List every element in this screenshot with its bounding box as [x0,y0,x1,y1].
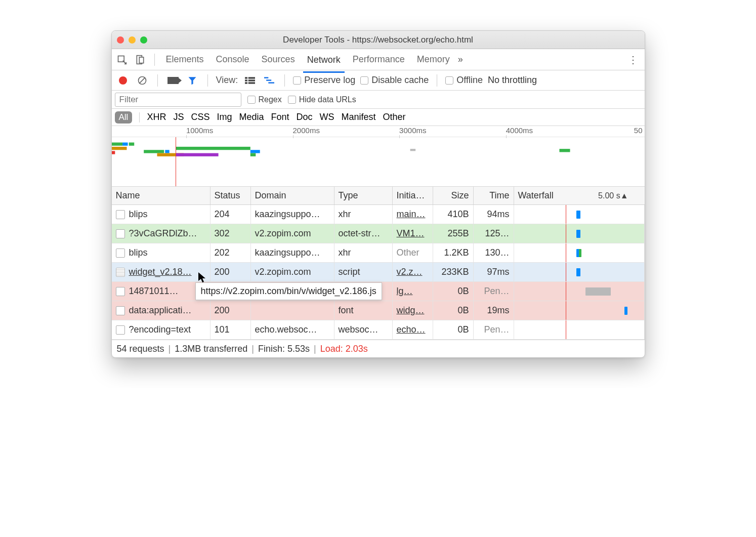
status-finish: Finish: 5.53s [258,344,310,354]
close-window-button[interactable] [117,36,124,44]
table-body: blips204kaazingsuppo…xhrmain…410B94ms?3v… [112,205,645,340]
url-tooltip: https://v2.zopim.com/bin/v/widget_v2.186… [195,282,382,300]
tabs-overflow-icon[interactable]: » [458,54,463,65]
cell-domain: v2.zopim.com [251,263,334,281]
timeline-cursor[interactable] [176,137,176,186]
cell-waterfall [514,243,645,262]
separator [207,74,208,87]
maximize-window-button[interactable] [140,36,147,44]
more-options-icon[interactable]: ⋮ [628,54,639,66]
type-js[interactable]: JS [173,112,184,122]
svg-rect-26 [410,149,415,151]
cell-status: 202 [211,243,251,262]
tab-console[interactable]: Console [212,51,254,68]
col-time[interactable]: Time [474,187,514,204]
filter-toggle-icon[interactable] [185,73,199,88]
cell-domain: kaazingsuppo… [251,243,334,262]
filter-input[interactable] [115,93,241,107]
minimize-window-button[interactable] [129,36,136,44]
table-row[interactable]: blips202kaazingsuppo…xhrOther1.2KB130… [112,243,645,263]
col-type[interactable]: Type [334,187,393,204]
col-name[interactable]: Name [112,187,211,204]
type-all[interactable]: All [115,111,133,123]
tab-network[interactable]: Network [303,52,345,73]
type-font[interactable]: Font [271,112,289,122]
type-manifest[interactable]: Manifest [342,112,376,122]
svg-rect-18 [112,151,115,154]
devtools-window: Developer Tools - https://websocket.org/… [111,30,645,358]
svg-rect-10 [248,82,255,84]
table-row[interactable]: widget_v2.18…200v2.zopim.comscriptv2.z…2… [112,263,645,282]
hide-data-urls-checkbox[interactable]: Hide data URLs [288,95,356,104]
type-doc[interactable]: Doc [297,112,313,122]
cell-waterfall [514,301,645,320]
tab-memory[interactable]: Memory [413,51,454,68]
col-size[interactable]: Size [433,187,474,204]
cell-size: 410B [433,205,474,224]
capture-screenshots-icon[interactable] [166,73,180,88]
separator [139,112,140,122]
type-xhr[interactable]: XHR [147,112,166,122]
type-other[interactable]: Other [383,112,406,122]
resource-types-bar: All XHR JS CSS Img Media Font Doc WS Man… [112,109,645,126]
cell-initiator: v2.z… [393,263,433,281]
cell-name: widget_v2.18… [112,263,211,281]
table-row[interactable]: ?encoding=text101echo.websoc…websoc…echo… [112,320,645,340]
cell-status: 204 [211,205,251,224]
table-row[interactable]: ?3vCaGRDlZb…302v2.zopim.comoctet-str…VM1… [112,224,645,243]
request-name: ?encoding=text [129,324,191,335]
svg-rect-2 [139,57,143,63]
main-toolbar: Elements Console Sources Network Perform… [112,49,645,70]
cell-status: 302 [211,224,251,243]
preserve-log-checkbox[interactable]: Preserve log [293,75,355,86]
record-button[interactable] [116,73,130,88]
tab-sources[interactable]: Sources [258,51,299,68]
cell-initiator: widg… [393,301,433,320]
view-list-icon[interactable] [243,73,257,88]
tab-elements[interactable]: Elements [162,51,208,68]
throttling-select[interactable]: No throttling [488,75,537,86]
timeline-chart [112,137,645,185]
svg-rect-14 [112,143,122,146]
clear-button[interactable] [135,73,149,88]
col-waterfall[interactable]: Waterfall 5.00 s▲ [514,187,645,204]
svg-rect-7 [245,79,247,81]
cell-type: script [334,263,393,281]
tab-performance[interactable]: Performance [349,51,409,68]
type-img[interactable]: Img [217,112,232,122]
cell-waterfall [514,263,645,281]
svg-line-4 [139,77,145,84]
regex-checkbox[interactable]: Regex [247,95,282,104]
cell-time: 130… [474,243,514,262]
timeline-overview[interactable]: 1000ms 2000ms 3000ms 4000ms 50 [112,126,645,187]
type-css[interactable]: CSS [191,112,209,122]
type-media[interactable]: Media [239,112,264,122]
view-waterfall-icon[interactable] [262,73,276,88]
col-domain[interactable]: Domain [251,187,334,204]
timeline-ticks: 1000ms 2000ms 3000ms 4000ms 50 [112,126,645,137]
cell-initiator: Other [393,243,433,262]
svg-rect-12 [266,79,271,81]
file-icon [116,306,125,315]
col-status[interactable]: Status [211,187,251,204]
window-controls [117,36,147,44]
network-toolbar: View: Preserve log Disable cache Offline… [112,70,645,91]
disable-cache-checkbox[interactable]: Disable cache [360,75,429,86]
cell-status: 101 [211,320,251,339]
svg-rect-22 [176,147,250,150]
svg-rect-17 [112,147,127,150]
cell-type: xhr [334,205,393,224]
cell-time: 94ms [474,205,514,224]
col-initiator[interactable]: Initia… [393,187,433,204]
svg-rect-24 [250,150,260,153]
offline-checkbox[interactable]: Offline [445,75,483,86]
separator [157,74,158,87]
inspect-element-icon[interactable] [115,53,129,67]
cell-size: 0B [433,320,474,339]
device-toolbar-icon[interactable] [133,53,147,67]
cell-type: xhr [334,243,393,262]
svg-rect-5 [245,77,247,78]
table-row[interactable]: data:applicati…200fontwidg…0B19ms [112,301,645,320]
type-ws[interactable]: WS [320,112,334,122]
table-row[interactable]: blips204kaazingsuppo…xhrmain…410B94ms [112,205,645,224]
